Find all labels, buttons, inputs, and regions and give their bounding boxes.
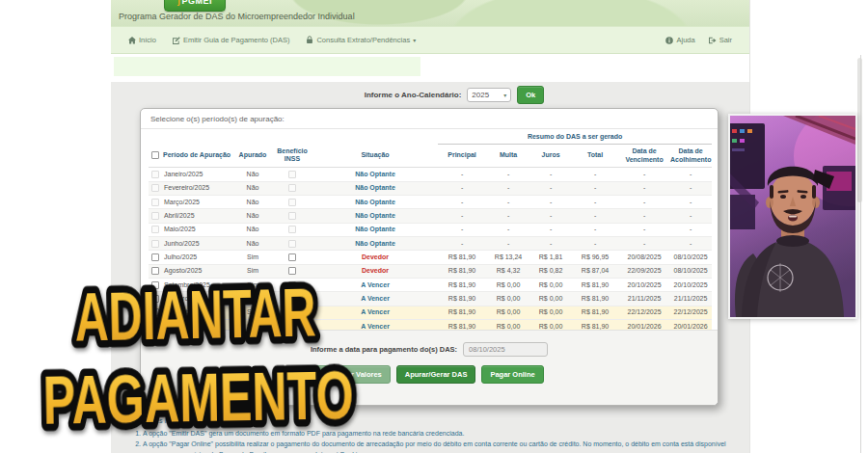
streamer-portrait (730, 116, 855, 317)
money-cell: R$ 87,04 (571, 264, 619, 278)
nav-bar: Início Emitir Guia de Pagamento (DAS) Co… (111, 26, 749, 54)
date-cell: - (669, 195, 712, 208)
period-checkbox[interactable] (151, 267, 159, 275)
apurado-cell: Sim (233, 279, 272, 292)
col-inss: Benefício INSS (272, 144, 312, 168)
period-cell: Julho/2025 (162, 251, 233, 264)
col-juros: Juros (530, 144, 571, 168)
date-cell: - (619, 181, 669, 195)
money-cell: R$ 0,00 (530, 306, 571, 319)
ok-button[interactable]: Ok (517, 86, 544, 104)
nav-label: Emitir Guia de Pagamento (DAS) (183, 36, 289, 44)
group-header: Resumo do DAS a ser gerado (438, 130, 712, 144)
money-cell: - (486, 223, 530, 236)
period-cell: Outubro/2025 (162, 292, 233, 306)
inss-checkbox (288, 212, 296, 220)
period-checkbox[interactable] (151, 253, 159, 261)
info-icon (665, 37, 673, 44)
money-cell: - (530, 209, 571, 223)
apurado-cell: Sim (233, 251, 272, 264)
money-cell: - (571, 168, 619, 181)
period-checkbox[interactable] (151, 281, 159, 289)
money-cell: R$ 0,00 (530, 279, 571, 292)
money-cell: R$ 0,00 (486, 279, 530, 292)
money-cell: R$ 81,90 (571, 306, 619, 319)
pagar-online-button[interactable]: Pagar Online (481, 365, 543, 384)
money-cell: R$ 81,90 (571, 279, 619, 292)
periods-table: Resumo do DAS a ser gerado Período de Ap… (149, 130, 712, 349)
money-cell: - (438, 236, 486, 250)
period-checkbox[interactable] (151, 295, 159, 303)
money-cell: - (571, 209, 619, 223)
inss-checkbox[interactable] (288, 267, 296, 275)
nav-item-ajuda[interactable]: Ajuda (665, 36, 694, 44)
year-select[interactable]: 2025 ▾ (467, 88, 511, 102)
table-row: Setembro/2025SimA VencerR$ 81,90R$ 0,00R… (149, 279, 712, 292)
inss-checkbox[interactable] (288, 308, 296, 316)
col-apurado: Apurado (233, 144, 272, 168)
apurado-cell: Não (233, 181, 272, 195)
inss-checkbox[interactable] (288, 253, 296, 261)
panel-title: Selecione o(s) período(s) de apuração: (141, 109, 718, 129)
payment-date-input[interactable] (463, 342, 548, 357)
date-cell: 21/11/2025 (619, 292, 669, 306)
nav-item-inicio[interactable]: Início (128, 36, 156, 44)
period-checkbox (151, 240, 159, 248)
notes-title: Informações importantes: (125, 416, 747, 427)
date-cell: - (669, 223, 712, 236)
period-checkbox (151, 199, 159, 206)
nav-item-consulta-extrato[interactable]: Consulta Extrato/Pendências ▾ (306, 36, 416, 44)
lock-icon (306, 36, 313, 44)
group-header-row: Resumo do DAS a ser gerado (149, 130, 712, 144)
date-cell: - (669, 181, 712, 195)
table-row: Maio/2025NãoNão Optante------ (149, 223, 712, 236)
page-content: Informe o Ano-Calendário: 2025 ▾ Ok Sele… (111, 82, 749, 453)
payment-date-label: Informe a data para pagamento do(s) DAS: (311, 345, 457, 354)
period-checkbox (151, 184, 159, 192)
money-cell: R$ 13,24 (486, 251, 530, 264)
col-situacao: Situação (312, 144, 438, 168)
money-cell: - (438, 223, 486, 236)
col-acolhimento: Data de Acolhimento (669, 144, 712, 168)
scrollbar-track (860, 55, 861, 453)
nav-item-emitir-das[interactable]: Emitir Guia de Pagamento (DAS) (173, 36, 289, 44)
year-selector-row: Informe o Ano-Calendário: 2025 ▾ Ok (111, 82, 749, 108)
col-vencimento: Data de Vencimento (619, 144, 669, 168)
date-cell: - (619, 195, 669, 208)
situacao-label: Não Optante (355, 240, 395, 247)
apurar-gerar-das-button[interactable]: Apurar/Gerar DAS (396, 365, 476, 384)
period-cell: Junho/2025 (162, 236, 233, 250)
nav-label: Ajuda (676, 36, 694, 44)
inss-checkbox[interactable] (288, 281, 296, 289)
select-all-checkbox[interactable] (151, 151, 159, 159)
inss-checkbox (288, 171, 296, 178)
atualizar-valores-button[interactable]: Atualizar Valores (314, 365, 390, 384)
mint-highlight-strip (114, 57, 420, 76)
date-cell: 08/10/2025 (669, 264, 712, 278)
select-all-cell (149, 144, 162, 168)
money-cell: R$ 0,00 (530, 292, 571, 306)
date-cell: - (619, 236, 669, 250)
period-checkbox (151, 212, 159, 220)
situacao-label: Não Optante (355, 199, 395, 205)
pgmei-page: Programa Gerador de DAS do Microempreend… (111, 0, 750, 453)
thumbnail-canvas: Programa Gerador de DAS do Microempreend… (0, 0, 868, 453)
period-checkbox[interactable] (151, 308, 159, 316)
date-cell: 22/12/2025 (619, 306, 669, 319)
period-cell: Março/2025 (162, 195, 233, 208)
year-select-value: 2025 (472, 91, 489, 99)
date-cell: - (619, 223, 669, 236)
home-icon (128, 37, 136, 44)
apurado-cell: Não (233, 195, 272, 208)
inss-checkbox[interactable] (288, 295, 296, 303)
situacao-label: A Vencer (361, 308, 390, 315)
money-cell: R$ 96,95 (571, 251, 619, 264)
table-row: Novembro/2025SimA VencerR$ 81,90R$ 0,00R… (149, 306, 712, 319)
apurado-cell: Não (233, 236, 272, 250)
situacao-label: Não Optante (355, 171, 395, 177)
situacao-label: A Vencer (361, 295, 390, 302)
nav-item-sair[interactable]: Sair (709, 36, 732, 44)
apurado-cell: Não (233, 168, 272, 181)
chevron-down-icon: ▾ (503, 92, 506, 98)
webcam-photo (728, 114, 857, 319)
